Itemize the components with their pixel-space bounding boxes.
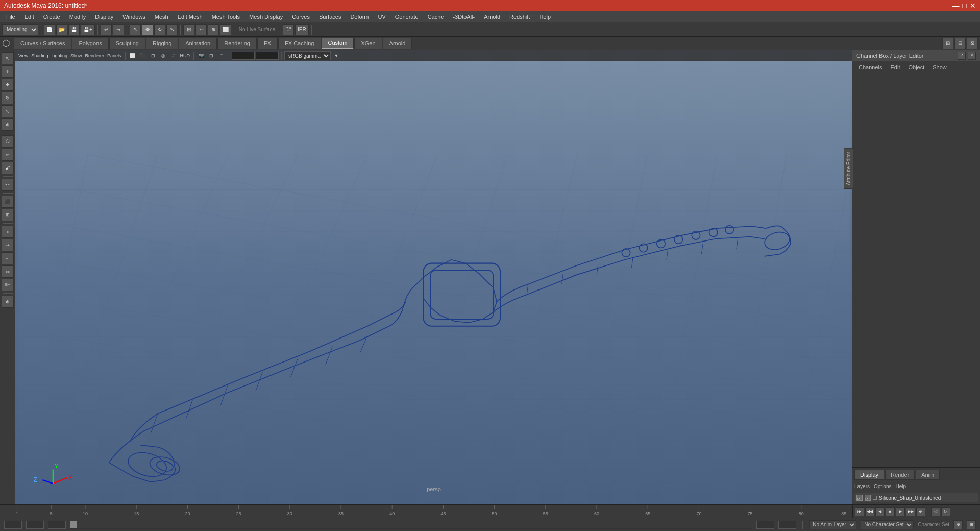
menu-generate[interactable]: Generate	[391, 13, 423, 21]
menu-windows[interactable]: Windows	[118, 13, 150, 21]
stop-btn[interactable]: ■	[886, 507, 895, 516]
menu-deform[interactable]: Deform	[346, 13, 373, 21]
play-back-btn[interactable]: ◀	[875, 507, 885, 516]
menu-display[interactable]: Display	[91, 13, 117, 21]
menu-cache[interactable]: Cache	[424, 13, 448, 21]
layer-name[interactable]: Silicone_Strap_Unfastened	[879, 495, 941, 501]
curve-btn[interactable]: 〰	[2, 179, 14, 191]
menu-help[interactable]: Help	[535, 13, 555, 21]
select-btn[interactable]: ↖	[2, 52, 14, 64]
menu-edit[interactable]: Edit	[20, 13, 38, 21]
play-end-btn[interactable]: ⏭	[916, 507, 925, 516]
menu-mesh[interactable]: Mesh	[151, 13, 173, 21]
tab-xgen[interactable]: XGen	[354, 38, 382, 49]
menu-mesh-tools[interactable]: Mesh Tools	[208, 13, 244, 21]
anim-extra2[interactable]: ▷	[941, 507, 950, 516]
lasso-btn[interactable]: ⌖	[2, 65, 14, 78]
maximize-button[interactable]: □	[963, 2, 967, 10]
paint-blend-btn[interactable]: 🖌	[2, 162, 14, 174]
menu-redshift[interactable]: Redshift	[505, 13, 534, 21]
move-tool[interactable]: ✥	[142, 24, 153, 35]
tab-polygons[interactable]: Polygons	[72, 38, 108, 49]
vp-color-mode[interactable]: sRGB gamma	[284, 51, 331, 60]
tab-rigging[interactable]: Rigging	[146, 38, 178, 49]
ws-icon-2[interactable]: ⊟	[954, 38, 966, 49]
rotate-btn[interactable]: ↻	[2, 92, 14, 104]
tab-rendering[interactable]: Rendering	[217, 38, 257, 49]
menu-modify[interactable]: Modify	[65, 13, 90, 21]
tab-fx-caching[interactable]: FX Caching	[278, 38, 321, 49]
vp-hud-btn[interactable]: HUD	[179, 51, 191, 60]
tab-edit[interactable]: Edit	[888, 63, 902, 71]
close-button[interactable]: ✕	[970, 2, 976, 10]
step-fwd-btn[interactable]: ▶▶	[906, 507, 915, 516]
vp-renderer-menu[interactable]: Renderer	[84, 51, 105, 60]
ws-icon-3[interactable]: ⊠	[967, 38, 978, 49]
menu-mesh-display[interactable]: Mesh Display	[245, 13, 287, 21]
scale-tool[interactable]: ⤡	[166, 24, 178, 35]
anim-end-input[interactable]: 200	[778, 521, 796, 529]
range-start-input[interactable]: 1	[48, 521, 66, 529]
snap-point-btn[interactable]: ⊕	[208, 24, 219, 35]
minimize-button[interactable]: —	[952, 2, 960, 10]
char-set-selector[interactable]: No Character Set	[861, 520, 914, 529]
play-fwd-btn[interactable]: ▶	[896, 507, 905, 516]
select-tool[interactable]: ↖	[130, 24, 141, 35]
vp-fit-btn[interactable]: ⊡	[207, 51, 216, 60]
redo-btn[interactable]: ↪	[113, 24, 124, 35]
move-btn[interactable]: ✥	[2, 79, 14, 91]
vp-value2-input[interactable]: 1.00	[256, 52, 279, 60]
vp-smooth-btn[interactable]: ⬛	[138, 51, 148, 60]
anim-extra1[interactable]: ◁	[931, 507, 940, 516]
menu-uv[interactable]: UV	[374, 13, 389, 21]
rotate-tool[interactable]: ↻	[154, 24, 165, 35]
save-as-btn[interactable]: 💾+	[81, 24, 95, 35]
ipr-btn[interactable]: IPR	[295, 24, 309, 35]
time-slider[interactable]	[70, 521, 752, 529]
vp-value1-input[interactable]: 0.00	[232, 52, 255, 60]
tab-fx[interactable]: FX	[257, 38, 278, 49]
transform-btn[interactable]: ⊕	[2, 118, 14, 131]
tab-channels[interactable]: Channels	[856, 63, 884, 71]
range-end-input[interactable]: 120	[756, 521, 774, 529]
vp-show-menu[interactable]: Show	[69, 51, 83, 60]
layer-playback[interactable]: P	[865, 495, 871, 501]
tab-anim[interactable]: Anim	[916, 470, 940, 480]
vp-isolate-btn[interactable]: ◎	[159, 51, 168, 60]
tab-help[interactable]: Help	[895, 484, 906, 489]
snap-curve-btn[interactable]: 〰	[195, 24, 207, 35]
vp-wireframe-btn[interactable]: ⬜	[128, 51, 137, 60]
layer-visibility[interactable]: V	[856, 495, 863, 501]
panel-close-btn[interactable]: ✕	[968, 52, 976, 60]
tab-curves-surfaces[interactable]: Curves / Surfaces	[14, 38, 71, 49]
open-file-btn[interactable]: 📂	[56, 24, 67, 35]
save-file-btn[interactable]: 💾	[68, 24, 80, 35]
tab-show[interactable]: Show	[930, 63, 949, 71]
play-start-btn[interactable]: ⏮	[855, 507, 864, 516]
menu-3dtoall[interactable]: -3DtoAll-	[449, 13, 479, 21]
extra-btn1[interactable]: ⚙	[953, 520, 963, 529]
vp-camera-btn[interactable]: 📷	[197, 51, 206, 60]
menu-file[interactable]: File	[2, 13, 19, 21]
tab-options[interactable]: Options	[874, 484, 891, 489]
vp-xray-btn[interactable]: ⊡	[149, 51, 158, 60]
layer3-btn[interactable]: ≡-	[2, 252, 14, 264]
snap-surface-btn[interactable]: ⬜	[220, 24, 231, 35]
workspace-selector[interactable]: Modeling	[2, 24, 38, 35]
display-btn[interactable]: ⬛	[2, 196, 14, 208]
vp-grid-btn[interactable]: #	[169, 51, 178, 60]
vp-shading-menu[interactable]: Shading	[30, 51, 49, 60]
vp-view-menu[interactable]: View	[17, 51, 29, 60]
ws-icon-1[interactable]: ⊞	[942, 38, 953, 49]
tab-object[interactable]: Object	[906, 63, 926, 71]
maya-logo[interactable]: ⬡	[2, 38, 10, 49]
layer4-btn[interactable]: ≡≡	[2, 266, 14, 278]
layer-color-swatch[interactable]	[873, 496, 877, 500]
vp-color-btn[interactable]: ▼	[332, 51, 341, 60]
layer5-btn[interactable]: ⊞≡	[2, 279, 14, 291]
start-frame-input[interactable]: 1	[4, 521, 22, 529]
current-frame-input[interactable]: 1	[26, 521, 44, 529]
vp-lighting-menu[interactable]: Lighting	[50, 51, 68, 60]
tab-animation[interactable]: Animation	[179, 38, 217, 49]
tab-layers[interactable]: Layers	[854, 484, 870, 489]
